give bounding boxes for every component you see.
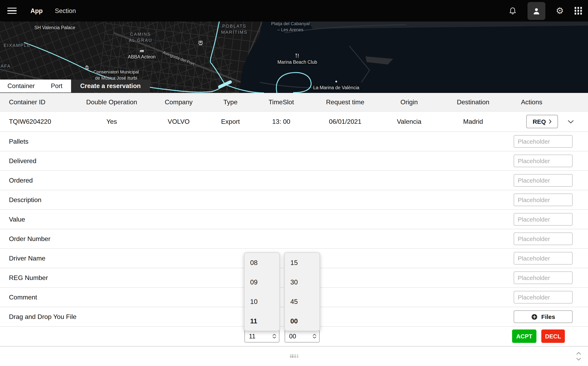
hour-dropdown: 08 09 10 11 [244,252,280,331]
field-label: REG Number [9,274,48,281]
hour-spinner[interactable]: 11 [244,330,279,343]
field-label: Driver Name [9,255,46,262]
form-row-order-number: Order Number [0,229,588,249]
column-header-timeslot: TimeSlot [262,98,301,106]
stepper-arrows-icon[interactable] [312,334,317,338]
pallets-input[interactable] [514,135,573,148]
field-label: Description [9,196,41,204]
section-title: Section [55,7,76,15]
minute-option[interactable]: 30 [285,272,320,292]
files-button[interactable]: Files [514,310,573,323]
bottom-bar [0,346,588,366]
topbar: App Section ⚙ [0,0,588,22]
cell-origin: Valencia [390,118,428,125]
cell-timeslot: 13: 00 [262,118,301,125]
field-label: Pallets [9,138,28,145]
column-header-actions: Actions [518,98,588,106]
panel-resize-chevrons-icon[interactable] [576,352,581,361]
hour-option[interactable]: 11 [244,311,279,331]
minute-dropdown: 15 30 45 00 [284,252,320,331]
table-header: Container ID Double Operation Company Ty… [0,93,588,112]
minute-option[interactable]: 00 [285,311,320,331]
field-label: Drag and Drop You File [9,313,77,320]
row-expand-chevron-icon[interactable] [568,120,574,123]
map-label-conservatori: Conservatori Municipal de Música José It… [93,69,139,81]
museum-icon [85,65,89,69]
cell-request-time: 06/01/2021 [301,118,390,125]
req-button-label: REQ [533,118,546,125]
form-row-value: Value [0,210,588,229]
minute-option[interactable]: 45 [285,292,320,311]
apps-grid-icon[interactable] [574,7,582,15]
reg-number-input[interactable] [514,271,573,284]
bell-icon[interactable] [508,7,517,15]
cell-type: Export [199,118,262,125]
minute-spinner[interactable]: 00 [285,330,320,343]
hour-option[interactable]: 10 [244,292,279,311]
person-icon [532,7,541,15]
ordered-input[interactable] [514,174,573,187]
form-row-description: Description [0,190,588,210]
map-label-marina-beach-club: Marina Beach Club [277,59,317,66]
map-label-eixample: EIXAMPLE [4,42,31,48]
map-label-platja-cabanyal: Platja del Cabanyal – Les Arenes [271,22,310,33]
tab-port[interactable]: Port [42,80,71,92]
map-label-sh-valencia-palace: SH Valencia Palace [34,25,75,31]
column-header-type: Type [199,98,262,106]
field-label: Order Number [9,235,51,243]
field-label: Value [9,216,25,223]
cell-container-id: TQIW6204220 [0,118,65,125]
map-label-la-marina: La Marina de València [313,85,359,91]
settings-icon[interactable]: ⚙ [556,6,564,15]
stepper-arrows-icon[interactable] [272,334,277,338]
form-row-delivered: Delivered [0,151,588,171]
app-title: App [31,7,43,15]
form-row-pallets: Pallets [0,132,588,151]
tab-create-reservation[interactable]: Create a reservation [71,80,150,92]
driver-name-input[interactable] [514,252,573,265]
column-header-container-id: Container ID [0,98,65,106]
tab-bar: Container Port Create a reservation [0,80,150,92]
hour-option[interactable]: 08 [244,253,279,272]
map-label-abba-acteon: ABBA Acteon [128,54,156,60]
accept-button[interactable]: ACPT [512,329,536,343]
field-label: Ordered [9,177,33,184]
map-label-poblats-maritims: POBLATS MARÍTIMS [221,23,248,35]
menu-icon[interactable] [7,8,17,14]
screen: App Section ⚙ [0,0,588,366]
map-poi-dot [335,81,337,82]
topbar-icons: ⚙ [508,2,588,20]
cell-double-operation: Yes [65,118,158,125]
delivered-input[interactable] [514,155,573,167]
minute-value: 00 [289,333,296,340]
value-input[interactable] [514,213,573,226]
order-number-input[interactable] [514,233,573,245]
hour-option[interactable]: 09 [244,272,279,292]
table-row: TQIW6204220 Yes VOLVO Export 13: 00 06/0… [0,112,588,132]
column-header-request-time: Request time [301,98,390,106]
hotel-bed-icon [139,49,144,53]
map-label-russafa-clipped: AFA [1,63,11,69]
files-button-label: Files [541,313,555,320]
restaurant-icon [295,53,299,58]
column-header-company: Company [158,98,199,106]
comment-input[interactable] [514,291,573,304]
form-row-ordered: Ordered [0,171,588,190]
field-label: Delivered [9,157,36,165]
chevron-right-icon [549,119,552,124]
column-header-destination: Destination [428,98,518,106]
app-window: App Section ⚙ [0,0,588,366]
description-input[interactable] [514,194,573,206]
minute-option[interactable]: 15 [285,253,320,272]
decline-button[interactable]: DECL [541,329,565,343]
plus-circle-icon [531,313,538,320]
column-header-double-operation: Double Operation [65,98,158,106]
drag-handle[interactable] [290,355,298,357]
profile-button[interactable] [527,2,545,20]
req-button[interactable]: REQ [526,115,558,128]
column-header-origin: Origin [390,98,428,106]
field-label: Comment [9,294,37,301]
train-station-icon [198,40,203,46]
cell-company: VOLVO [158,118,199,125]
tab-container[interactable]: Container [0,80,42,92]
